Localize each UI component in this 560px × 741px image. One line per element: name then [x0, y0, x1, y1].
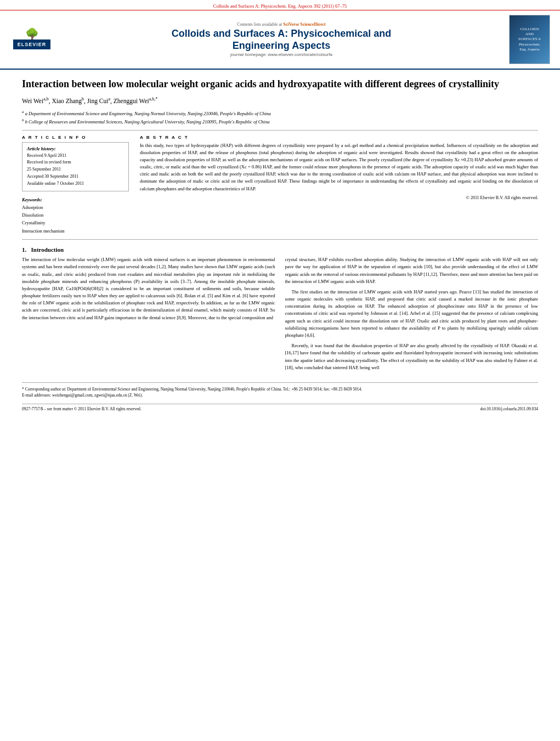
affil-b: b b College of Resources and Environment… [22, 117, 538, 126]
keyword-adsorption: Adsorption [22, 203, 129, 211]
journal-title: Colloids and Surfaces A: Physicochemical… [59, 28, 504, 52]
journal-citation-text: Colloids and Surfaces A: Physicochem. En… [213, 3, 347, 9]
abstract-column: A B S T R A C T In this study, two types… [140, 135, 538, 235]
journal-header: 🌳 ELSEVIER Contents lists available at S… [0, 10, 560, 70]
accepted-date: Accepted 30 September 2011 [27, 173, 124, 180]
affil-sup-ab: a,b,* [149, 97, 158, 101]
footnote-email: E-mail addresses: weizhengui@gmail.com, … [22, 392, 538, 398]
divider-2 [22, 239, 538, 240]
intro-col2-p2: The first studies on the interaction of … [285, 289, 539, 339]
received-date: Received 9 April 2011 [27, 152, 124, 160]
section-title: Introduction [31, 246, 64, 253]
affil-sup-a: a,b [43, 97, 49, 101]
sciverse-prefix: Contents lists available at [237, 22, 282, 27]
abstract-text: In this study, two types of hydroxyapati… [140, 142, 538, 193]
footnote-asterisk: * Corresponding author at: Department of… [22, 386, 538, 392]
doi-text: doi:10.1016/j.colsurfa.2011.09.034 [480, 406, 538, 411]
author-zhenggui-wei: Zhenggui Wei [114, 98, 149, 104]
section-number: 1. [22, 246, 26, 253]
divider-1 [22, 130, 538, 131]
history-title: Article history: [27, 146, 124, 151]
article-info-label: A R T I C L E I N F O [22, 135, 129, 140]
footnote-area: * Corresponding author at: Department of… [22, 382, 538, 399]
article-info-column: A R T I C L E I N F O Article history: R… [22, 135, 129, 235]
copyright-line: © 2011 Elsevier B.V. All rights reserved… [140, 195, 538, 200]
journal-center: Contents lists available at SciVerse Sci… [59, 22, 504, 56]
authors-line: Wei Weia,b, Xiao Zhangb, Jing Cuia, Zhen… [22, 96, 538, 106]
cover-text: COLLOIDS AND SURFACES A Physicochem. Eng… [518, 27, 541, 52]
author-xiao-zhang: Xiao Zhang [52, 98, 82, 104]
bottom-bar: 0927-7757/$ – see front matter © 2011 El… [22, 404, 538, 411]
elsevier-tree-icon: 🌳 [25, 29, 39, 39]
journal-url: journal homepage: www.elsevier.com/locat… [59, 52, 504, 57]
intro-col-left: The interaction of low molecular weight … [22, 256, 275, 375]
affiliations: a a Department of Environmental Science … [22, 109, 538, 125]
sciverse-line: Contents lists available at SciVerse Sci… [59, 22, 504, 27]
revised-label: Received in revised form [27, 159, 124, 166]
keyword-interaction: Interaction mechanism [22, 227, 129, 235]
affil-a: a a Department of Environmental Science … [22, 109, 538, 117]
intro-p1: The interaction of low molecular weight … [22, 256, 275, 321]
intro-col2-p3: Recently, it was found that the dissolut… [285, 342, 539, 371]
available-date: Available online 7 October 2011 [27, 180, 124, 188]
keyword-crystallinity: Crystallinity [22, 219, 129, 227]
journal-title-line1: Colloids and Surfaces A: Physicochemical… [172, 28, 391, 39]
journal-title-line2: Engineering Aspects [233, 40, 330, 51]
introduction-body: The interaction of low molecular weight … [22, 256, 538, 375]
journal-cover-image: COLLOIDS AND SURFACES A Physicochem. Eng… [509, 15, 550, 64]
article-container: Interaction between low molecular weight… [0, 70, 560, 419]
info-abstract-section: A R T I C L E I N F O Article history: R… [22, 135, 538, 235]
article-info-box: Article history: Received 9 April 2011 R… [22, 142, 129, 191]
elsevier-logo: 🌳 ELSEVIER [10, 29, 54, 50]
keywords-box: Keywords: Adsorption Dissolution Crystal… [22, 197, 129, 235]
author-jing-cui: Jing Cui [87, 98, 109, 104]
journal-citation-bar: Colloids and Surfaces A: Physicochem. En… [0, 0, 560, 10]
sciverse-link[interactable]: SciVerse ScienceDirect [283, 22, 326, 27]
issn-text: 0927-7757/$ – see front matter © 2011 El… [22, 406, 142, 411]
introduction-heading: 1. Introduction [22, 246, 538, 253]
affil-sup-a2: a [108, 97, 110, 101]
article-title: Interaction between low molecular weight… [22, 77, 538, 90]
elsevier-label: ELSEVIER [13, 39, 51, 49]
intro-col2-p1: crystal structure, HAP exhibits excellen… [285, 256, 539, 285]
author-wei-wei: Wei Wei [22, 98, 43, 104]
revised-date: 25 September 2011 [27, 166, 124, 173]
keywords-title: Keywords: [22, 197, 129, 202]
keyword-dissolution: Dissolution [22, 211, 129, 219]
intro-col-right: crystal structure, HAP exhibits excellen… [285, 256, 539, 375]
affil-sup-b1: b [82, 97, 84, 101]
abstract-label: A B S T R A C T [140, 135, 538, 140]
